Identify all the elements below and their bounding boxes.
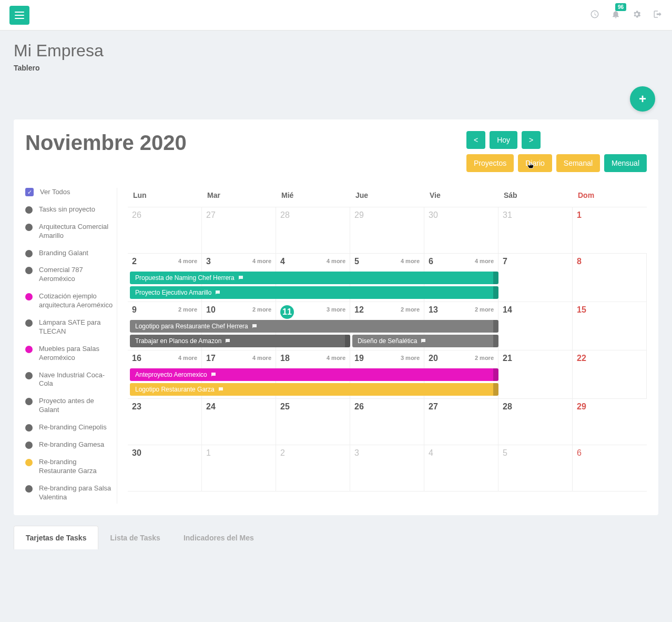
calendar-event[interactable]: Trabajar en Planos de Amazon	[130, 335, 350, 347]
event-resize-handle[interactable]	[493, 272, 498, 284]
project-label: Re-branding Gamesa	[39, 440, 104, 449]
project-filter-item[interactable]: Branding Galant	[25, 249, 114, 258]
project-filter-item[interactable]: Re-branding para Salsa Valentina	[25, 484, 114, 502]
calendar-day-cell[interactable]: 22	[573, 350, 647, 398]
tab-task-cards[interactable]: Tarjetas de Tasks	[14, 526, 98, 549]
more-events-link[interactable]: 4 more	[475, 258, 494, 264]
svg-rect-0	[15, 12, 24, 13]
tab-indicators[interactable]: Indicadores del Mes	[172, 526, 266, 549]
view-all-checkbox[interactable]: Ver Todos	[25, 188, 114, 197]
calendar-day-cell[interactable]: 28	[498, 399, 573, 445]
next-button[interactable]: >	[522, 131, 541, 149]
more-events-link[interactable]: 2 more	[475, 355, 494, 361]
notifications-icon[interactable]: 96	[611, 9, 620, 21]
more-events-link[interactable]: 4 more	[178, 355, 197, 361]
project-filter-item[interactable]: Tasks sin proyecto	[25, 205, 114, 214]
calendar-day-cell[interactable]: 1	[573, 207, 647, 253]
more-events-link[interactable]: 3 more	[401, 355, 420, 361]
add-button[interactable]: +	[630, 86, 655, 112]
calendar-day-cell[interactable]: 1	[202, 445, 276, 491]
more-events-link[interactable]: 4 more	[252, 355, 271, 361]
calendar-day-cell[interactable]: 8	[573, 254, 647, 302]
project-filter-item[interactable]: Proyecto antes de Galant	[25, 397, 114, 415]
calendar-day-cell[interactable]: 3	[350, 445, 424, 491]
calendar-day-cell[interactable]: 29	[350, 207, 424, 253]
project-label: Muebles para Salas Aeroméxico	[39, 345, 114, 363]
project-filter-item[interactable]: Cotización ejemplo arquitectura Aeroméxi…	[25, 292, 114, 310]
day-number: 19	[354, 354, 364, 363]
project-filter-item[interactable]: Re-branding Restaurante Garza	[25, 458, 114, 476]
more-events-link[interactable]: 2 more	[475, 306, 494, 313]
calendar-day-cell[interactable]: 6	[573, 445, 647, 491]
prev-button[interactable]: <	[466, 131, 485, 149]
project-filter-item[interactable]: Re-branding Cinepolis	[25, 423, 114, 432]
calendar-day-cell[interactable]: 4	[424, 445, 498, 491]
event-resize-handle[interactable]	[493, 383, 498, 396]
event-resize-handle[interactable]	[493, 286, 498, 299]
event-resize-handle[interactable]	[493, 320, 498, 333]
calendar-event[interactable]: Anteproyecto Aeromexico	[130, 368, 498, 381]
view-daily-button[interactable]: Diario	[518, 154, 552, 172]
view-weekly-button[interactable]: Semanal	[556, 154, 600, 172]
calendar-event[interactable]: Proyecto Ejecutivo Amarillo	[130, 286, 498, 299]
more-events-link[interactable]: 4 more	[401, 258, 420, 264]
more-events-link[interactable]: 2 more	[401, 306, 420, 313]
event-label: Logotipo para Restaurante Chef Herrera	[135, 323, 248, 330]
project-color-dot	[25, 319, 33, 327]
calendar-event[interactable]: Logotipo Restaurante Garza	[130, 383, 498, 396]
more-events-link[interactable]: 2 more	[178, 306, 197, 313]
clock-icon[interactable]	[590, 9, 599, 21]
more-events-link[interactable]: 4 more	[178, 258, 197, 264]
calendar-day-cell[interactable]: 29	[573, 399, 647, 445]
calendar-day-cell[interactable]: 27	[424, 399, 498, 445]
bottom-tabs: Tarjetas de Tasks Lista de Tasks Indicad…	[14, 526, 658, 549]
project-filter-item[interactable]: Comercial 787 Aeroméxico	[25, 266, 114, 284]
calendar-day-cell[interactable]: 25	[276, 399, 350, 445]
project-filter-item[interactable]: Nave Industrial Coca-Cola	[25, 371, 114, 389]
more-events-link[interactable]: 4 more	[327, 355, 345, 361]
view-monthly-button[interactable]: Mensual	[604, 154, 647, 172]
calendar-day-cell[interactable]: 28	[276, 207, 350, 253]
project-label: Cotización ejemplo arquitectura Aeroméxi…	[39, 292, 114, 310]
more-events-link[interactable]: 3 more	[327, 306, 345, 313]
calendar-event[interactable]: Diseño de Señalética	[352, 335, 498, 347]
calendar-day-cell[interactable]: 26	[128, 207, 202, 253]
calendar-day-cell[interactable]: 23	[128, 399, 202, 445]
calendar-day-cell[interactable]: 24	[202, 399, 276, 445]
logout-icon[interactable]	[653, 9, 663, 21]
calendar-day-cell[interactable]: 2	[276, 445, 350, 491]
tab-task-list[interactable]: Lista de Tasks	[98, 526, 171, 549]
calendar-day-cell[interactable]: 5	[498, 445, 573, 491]
event-resize-handle[interactable]	[345, 335, 350, 347]
calendar-day-cell[interactable]: 14	[498, 302, 573, 350]
more-events-link[interactable]: 4 more	[252, 258, 271, 264]
calendar-day-cell[interactable]: 30	[424, 207, 498, 253]
project-label: Re-branding para Salsa Valentina	[39, 484, 114, 502]
calendar-day-cell[interactable]: 15	[573, 302, 647, 350]
more-events-link[interactable]: 4 more	[327, 258, 345, 264]
view-projects-button[interactable]: Proyectos	[466, 154, 514, 172]
calendar-day-cell[interactable]: 26	[350, 399, 424, 445]
project-filter-item[interactable]: Re-branding Gamesa	[25, 440, 114, 449]
project-filter-item[interactable]: Muebles para Salas Aeroméxico	[25, 345, 114, 363]
day-number: 29	[354, 210, 364, 219]
calendar-day-cell[interactable]: 31	[498, 207, 573, 253]
menu-toggle-button[interactable]	[9, 6, 29, 25]
calendar-event[interactable]: Propuesta de Naming Chef Herrera	[130, 272, 498, 284]
calendar-day-cell[interactable]: 7	[498, 254, 573, 302]
calendar-week-row: 23242526272829	[128, 399, 647, 445]
project-filter-item[interactable]: Lámpara SATE para TLECAN	[25, 318, 114, 336]
calendar-day-cell[interactable]: 21	[498, 350, 573, 398]
gear-icon[interactable]	[632, 9, 642, 21]
day-number: 4	[429, 448, 433, 457]
more-events-link[interactable]: 2 more	[252, 306, 271, 313]
topbar: 96	[0, 0, 672, 31]
event-resize-handle[interactable]	[493, 368, 498, 381]
calendar-event[interactable]: Logotipo para Restaurante Chef Herrera	[130, 320, 498, 333]
today-button[interactable]: Hoy	[490, 131, 517, 149]
calendar-day-cell[interactable]: 27	[202, 207, 276, 253]
calendar-day-cell[interactable]: 30	[128, 445, 202, 491]
project-label: Re-branding Cinepolis	[39, 423, 107, 432]
event-resize-handle[interactable]	[493, 335, 498, 347]
project-filter-item[interactable]: Arquitectura Comercial Amarillo	[25, 223, 114, 240]
